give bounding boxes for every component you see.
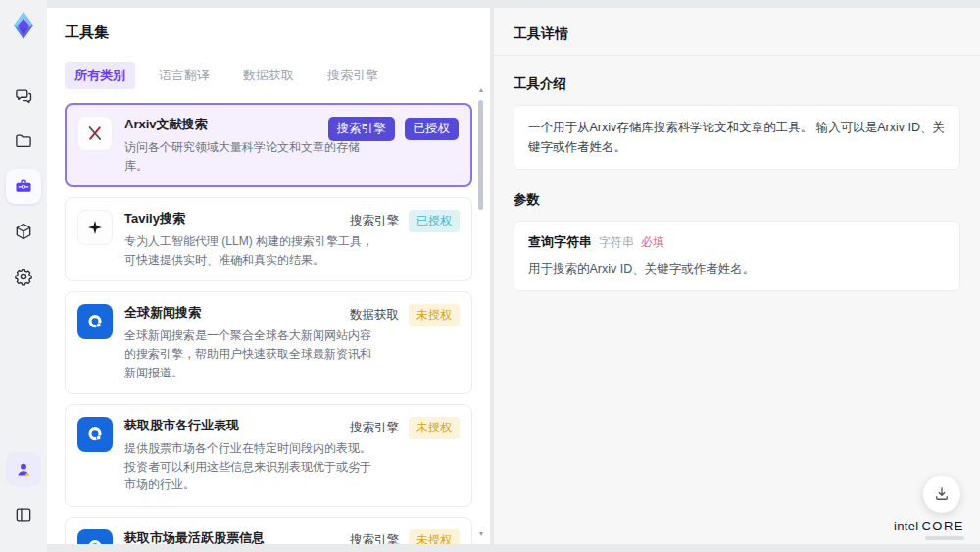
param-required-flag: 必填 <box>641 234 664 251</box>
category-tag: 搜索引擎 <box>350 532 399 544</box>
sidebar <box>0 0 47 552</box>
chat-icon[interactable] <box>6 78 41 114</box>
tool-name: 获取市场最活跃股票信息 <box>124 529 375 544</box>
auth-status-badge: 未授权 <box>409 529 460 544</box>
tool-description: 专为人工智能代理 (LLM) 构建的搜索引擎工具，可快速提供实时、准确和真实的结… <box>124 232 375 269</box>
news-app-logo-icon <box>77 304 113 339</box>
tab-search-engine[interactable]: 搜索引擎 <box>318 62 388 89</box>
tab-all-categories[interactable]: 所有类别 <box>65 62 135 89</box>
tool-item-global-news[interactable]: 全球新闻搜索 全球新闻搜索是一个聚合全球各大新闻网站内容的搜索引擎，帮助用户快速… <box>65 291 472 394</box>
tool-description: 访问各个研究领域大量科学论文和文章的存储库。 <box>124 138 375 175</box>
scroll-up-icon[interactable]: ▲ <box>476 86 486 94</box>
auth-status-badge: 未授权 <box>409 417 460 438</box>
user-profile-icon[interactable] <box>6 452 41 487</box>
tab-language-translation[interactable]: 语言翻译 <box>149 62 220 89</box>
tool-name: 全球新闻搜索 <box>124 304 375 322</box>
intel-core-logo: intelcore <box>894 519 964 540</box>
detail-title: 工具详情 <box>514 25 960 43</box>
tool-list-panel: 工具集 所有类别 语言翻译 数据获取 搜索引擎 Arxiv文献搜索 访问各个研究… <box>47 8 490 544</box>
tool-list: Arxiv文献搜索 访问各个研究领域大量科学论文和文章的存储库。 搜索引擎 已授… <box>65 103 472 544</box>
tool-detail-panel: 工具详情 工具介绍 一个用于从Arxiv存储库搜索科学论文和文章的工具。 输入可… <box>494 8 980 544</box>
intro-text: 一个用于从Arxiv存储库搜索科学论文和文章的工具。 输入可以是Arxiv ID… <box>528 118 946 157</box>
intro-box: 一个用于从Arxiv存储库搜索科学论文和文章的工具。 输入可以是Arxiv ID… <box>514 105 960 170</box>
auth-status-badge: 已授权 <box>405 118 460 140</box>
intro-heading: 工具介绍 <box>514 75 960 93</box>
page-title: 工具集 <box>65 24 472 42</box>
category-tag: 数据获取 <box>350 307 399 324</box>
arxiv-logo-icon <box>77 116 113 151</box>
parameter-box: 查询字符串 字符串 必填 用于搜索的Arxiv ID、关键字或作者姓名。 <box>514 221 960 291</box>
tavily-logo-icon <box>77 210 113 245</box>
tool-item-arxiv[interactable]: Arxiv文献搜索 访问各个研究领域大量科学论文和文章的存储库。 搜索引擎 已授… <box>65 103 472 187</box>
toolbox-icon[interactable] <box>6 169 41 204</box>
cube-icon[interactable] <box>6 214 41 249</box>
tool-name: 获取股市各行业表现 <box>124 417 375 434</box>
tool-item-tavily[interactable]: Tavily搜索 专为人工智能代理 (LLM) 构建的搜索引擎工具，可快速提供实… <box>65 197 472 281</box>
param-name: 查询字符串 <box>528 233 592 251</box>
param-description: 用于搜索的Arxiv ID、关键字或作者姓名。 <box>528 260 946 278</box>
detail-header: 工具详情 <box>494 8 980 56</box>
list-scrollbar[interactable]: ▲ ▼ <box>476 86 486 538</box>
panel-collapse-icon[interactable] <box>6 497 41 532</box>
auth-status-badge: 未授权 <box>409 304 460 326</box>
download-button[interactable] <box>923 476 960 513</box>
core-wordmark: core <box>921 519 964 533</box>
app-logo-icon <box>8 10 39 41</box>
auth-status-badge: 已授权 <box>409 210 460 231</box>
category-tag: 搜索引擎 <box>328 117 395 141</box>
tab-data-fetching[interactable]: 数据获取 <box>233 62 304 89</box>
news-app-logo-icon <box>77 529 113 544</box>
tool-description: 全球新闻搜索是一个聚合全球各大新闻网站内容的搜索引擎，帮助用户快速获取全球最新资… <box>124 326 375 381</box>
params-heading: 参数 <box>514 191 960 209</box>
param-type: 字符串 <box>599 234 634 251</box>
category-tag: 搜索引擎 <box>350 213 399 229</box>
tool-name: Tavily搜索 <box>124 210 375 227</box>
scrollbar-thumb[interactable] <box>478 100 483 210</box>
intel-wordmark: intel <box>894 519 918 533</box>
settings-gear-icon[interactable] <box>6 259 41 294</box>
news-app-logo-icon <box>77 417 113 452</box>
category-tabs: 所有类别 语言翻译 数据获取 搜索引擎 <box>65 62 472 89</box>
tool-item-active-stocks[interactable]: 获取市场最活跃股票信息 提供当天交易量最高的股票列表。投资者可以利用这些信息来识… <box>65 517 472 544</box>
tool-description: 提供股票市场各个行业在特定时间段内的表现。投资者可以利用这些信息来识别表现优于或… <box>124 439 375 494</box>
scroll-down-icon[interactable]: ▼ <box>476 530 486 538</box>
category-tag: 搜索引擎 <box>350 420 399 436</box>
folder-icon[interactable] <box>6 124 41 159</box>
download-icon <box>933 485 951 503</box>
intel-sub-badge <box>925 536 964 540</box>
tool-item-stock-sector[interactable]: 获取股市各行业表现 提供股票市场各个行业在特定时间段内的表现。投资者可以利用这些… <box>65 404 472 507</box>
